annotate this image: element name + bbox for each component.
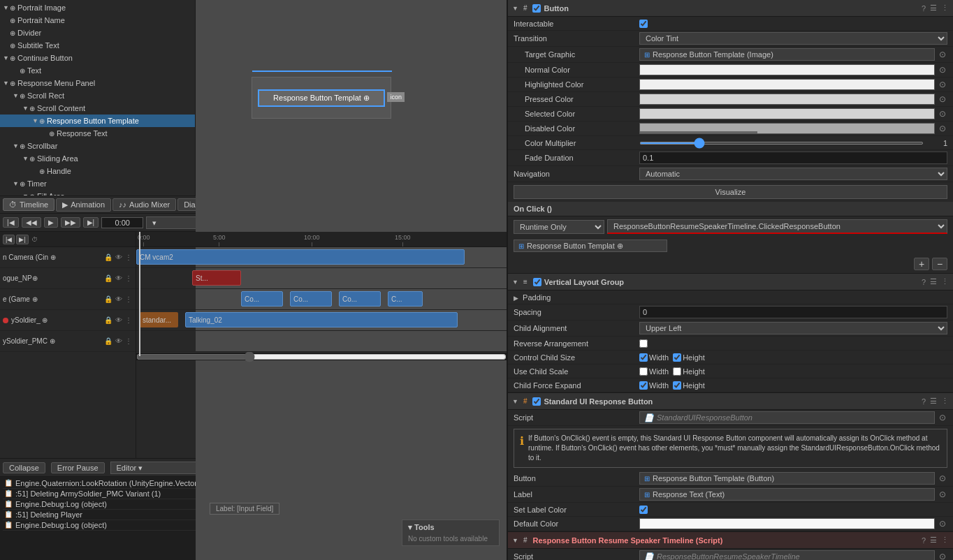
button-help-icon[interactable]: ? xyxy=(922,4,926,13)
hierarchy-item-16[interactable]: ▼⊕Fill Area xyxy=(0,190,195,196)
clip-0-0[interactable]: CM vcam2 xyxy=(136,249,465,265)
selected-color-swatch[interactable] xyxy=(639,108,935,119)
target-graphic-pick-btn[interactable]: ⊙ xyxy=(938,50,947,59)
standard-ui-label-pick[interactable]: ⊙ xyxy=(938,489,947,499)
timeline-hscroll[interactable] xyxy=(136,352,507,360)
hierarchy-item-7[interactable]: ▼⊕Response Menu Panel xyxy=(0,77,195,89)
scale-height-checkbox[interactable] xyxy=(673,367,681,376)
track-more-btn[interactable]: ⋮ xyxy=(124,274,133,283)
timeline-script-foldout[interactable]: ▼ xyxy=(512,537,518,544)
track-row-1[interactable]: St... xyxy=(136,268,507,289)
timeline-script-settings[interactable]: ☰ xyxy=(930,536,937,545)
reverse-arrangement-checkbox[interactable] xyxy=(639,339,648,348)
play-button[interactable]: ▶ xyxy=(44,217,58,228)
vertical-layout-settings[interactable]: ☰ xyxy=(930,277,937,286)
button-foldout-icon[interactable]: ▼ xyxy=(512,5,518,12)
track-more-btn[interactable]: ⋮ xyxy=(124,316,133,325)
standard-ui-script-pick[interactable]: ⊙ xyxy=(938,413,947,422)
pressed-color-pick[interactable]: ⊙ xyxy=(938,94,947,104)
highlighted-color-swatch[interactable] xyxy=(639,79,935,90)
track-more-btn[interactable]: ⋮ xyxy=(124,337,133,346)
hierarchy-item-8[interactable]: ▼⊕Scroll Rect xyxy=(0,89,195,102)
track-lock-btn[interactable]: 🔒 xyxy=(103,274,113,283)
transition-dropdown[interactable]: Color Tint xyxy=(639,32,947,45)
hierarchy-item-3[interactable]: ⊕Divider xyxy=(0,27,195,39)
normal-color-pick[interactable]: ⊙ xyxy=(938,65,947,75)
hierarchy-item-12[interactable]: ▼⊕Scrollbar xyxy=(0,140,195,152)
hierarchy-item-5[interactable]: ▼⊕Continue Button xyxy=(0,52,195,64)
hierarchy-item-11[interactable]: ⊕Response Text xyxy=(0,127,195,140)
standard-ui-help[interactable]: ? xyxy=(922,397,926,406)
hierarchy-item-9[interactable]: ▼⊕Scroll Content xyxy=(0,102,195,115)
hierarchy-item-13[interactable]: ▼⊕Sliding Area xyxy=(0,152,195,165)
visualize-button[interactable]: Visualize xyxy=(514,185,947,199)
clip-3-0[interactable]: standar... xyxy=(140,312,178,327)
track-more-btn[interactable]: ⋮ xyxy=(124,295,133,304)
hierarchy-item-1[interactable]: ▼⊕Portrait Image xyxy=(0,1,195,14)
clip-2-1[interactable]: Co... xyxy=(290,291,332,307)
add-track-btn2[interactable]: ▶| xyxy=(16,235,28,244)
clip-2-3[interactable]: C... xyxy=(388,291,423,307)
set-label-color-checkbox[interactable] xyxy=(639,506,648,514)
next-button[interactable]: ▶| xyxy=(83,217,99,228)
button-more-icon[interactable]: ⋮ xyxy=(941,3,949,13)
default-color-pick[interactable]: ⊙ xyxy=(938,519,947,529)
track-row-4[interactable] xyxy=(136,331,507,352)
add-track-btn[interactable]: |◀ xyxy=(3,235,15,244)
normal-color-swatch[interactable] xyxy=(639,64,935,75)
track-eye-btn[interactable]: 👁 xyxy=(115,253,123,262)
pressed-color-swatch[interactable] xyxy=(639,94,935,105)
button-enabled-checkbox[interactable] xyxy=(532,4,541,13)
prev-button[interactable]: |◀ xyxy=(3,217,19,228)
timeline-hscroll-input[interactable] xyxy=(136,353,507,361)
hierarchy-item-15[interactable]: ▼⊕Timer xyxy=(0,177,195,190)
timeline-script-pick-btn[interactable]: ⊙ xyxy=(938,552,947,560)
hierarchy-item-2[interactable]: ⊕Portrait Name xyxy=(0,14,195,27)
track-row-0[interactable]: CM vcam2 xyxy=(136,247,507,268)
timeline-script-more[interactable]: ⋮ xyxy=(941,536,949,545)
hierarchy-item-10[interactable]: ▼⊕Response Button Template xyxy=(0,115,195,127)
highlighted-color-pick[interactable]: ⊙ xyxy=(938,80,947,89)
step-back-button[interactable]: ◀◀ xyxy=(22,217,41,228)
standard-ui-enabled[interactable] xyxy=(532,397,541,406)
time-display[interactable]: 0:00 xyxy=(101,217,143,228)
clip-2-2[interactable]: Co... xyxy=(339,291,381,307)
vertical-layout-foldout[interactable]: ▼ xyxy=(512,279,518,286)
track-lock-btn[interactable]: 🔒 xyxy=(103,295,113,304)
default-color-swatch[interactable] xyxy=(639,518,935,529)
track-row-2[interactable]: Co...Co...Co...C... xyxy=(136,289,507,310)
control-width-checkbox[interactable] xyxy=(639,353,648,362)
timeline-script-help[interactable]: ? xyxy=(922,536,926,545)
track-eye-btn[interactable]: 👁 xyxy=(115,295,123,304)
standard-ui-settings[interactable]: ☰ xyxy=(930,397,937,406)
clip-1-0[interactable]: St... xyxy=(192,270,241,286)
selected-color-pick[interactable]: ⊙ xyxy=(938,109,947,119)
runtime-dropdown[interactable]: Runtime Only xyxy=(514,220,604,234)
color-multiplier-slider[interactable] xyxy=(639,142,924,145)
onclick-remove-btn[interactable]: − xyxy=(932,258,947,270)
clip-3-1[interactable]: Talking_02 xyxy=(185,312,458,327)
standard-ui-button-pick[interactable]: ⊙ xyxy=(938,473,947,483)
hierarchy-item-6[interactable]: ⊕Text xyxy=(0,64,195,77)
track-lock-btn[interactable]: 🔒 xyxy=(103,253,113,262)
disabled-color-swatch[interactable] xyxy=(639,123,935,134)
standard-ui-more[interactable]: ⋮ xyxy=(941,397,949,406)
standard-ui-foldout[interactable]: ▼ xyxy=(512,398,518,405)
child-alignment-dropdown[interactable]: Upper Left xyxy=(639,322,947,334)
track-row-3[interactable]: standar...Talking_02 xyxy=(136,310,507,331)
vertical-layout-help[interactable]: ? xyxy=(922,278,926,286)
vertical-layout-enabled[interactable] xyxy=(533,278,541,286)
interactable-checkbox[interactable] xyxy=(639,20,648,28)
control-height-checkbox[interactable] xyxy=(673,353,681,362)
hierarchy-item-4[interactable]: ⊕Subtitle Text xyxy=(0,39,195,52)
disabled-color-pick[interactable]: ⊙ xyxy=(938,124,947,133)
spacing-input[interactable] xyxy=(639,306,947,318)
tab-timeline[interactable]: ⏱ Timeline xyxy=(3,198,54,211)
track-lock-btn[interactable]: 🔒 xyxy=(103,316,113,325)
expand-height-checkbox[interactable] xyxy=(673,381,681,390)
navigation-dropdown[interactable]: Automatic xyxy=(639,168,947,180)
track-eye-btn[interactable]: 👁 xyxy=(115,316,123,325)
padding-foldout[interactable]: ▶ xyxy=(514,295,518,302)
fade-duration-input[interactable] xyxy=(639,152,947,164)
track-lock-btn[interactable]: 🔒 xyxy=(103,337,113,346)
